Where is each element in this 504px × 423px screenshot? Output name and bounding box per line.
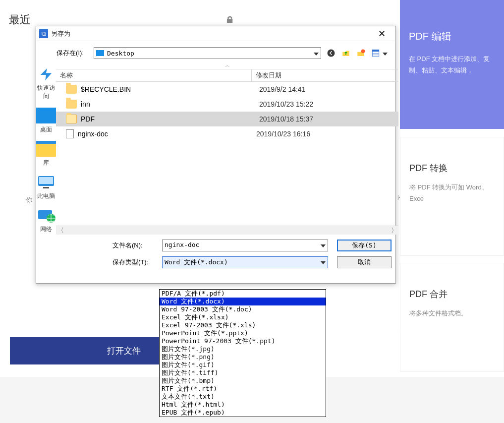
filetype-option[interactable]: 图片文件(*.png) [160,353,326,361]
col-name[interactable]: 名称 [56,69,252,81]
location-text: Desktop [107,50,134,57]
file-row[interactable]: inn2019/10/23 15:22 [56,97,398,112]
svg-point-1 [361,50,365,54]
pdf-merge-card[interactable]: PDF 合并 将多种文件格式档。 [400,263,504,372]
filetype-option[interactable]: Html 文件(*.html) [160,401,326,409]
card-title: PDF 编辑 [409,30,495,43]
filetype-option[interactable]: Excel 文件(*.xlsx) [160,313,326,321]
save-in-label: 保存在(I): [44,49,89,58]
filetype-option[interactable]: 图片文件(*.jpg) [160,345,326,353]
place-label: 桌面 [36,125,56,134]
chevron-down-icon[interactable] [321,242,326,249]
up-level-icon[interactable] [341,48,351,58]
folder-icon [66,100,77,109]
view-menu-arrow[interactable] [383,50,388,57]
file-date: 2019/10/23 16:16 [256,130,310,138]
app-icon: ⧉ [39,29,48,38]
filetype-value: Word 文件(*.docx) [165,258,228,266]
chevron-down-icon[interactable] [314,50,319,57]
card-title: PDF 合并 [409,288,495,300]
file-name: PDF [81,115,259,123]
file-date: 2019/9/2 14:41 [259,85,305,93]
place-label: 快速访问 [36,84,56,101]
card-desc: 将 PDF 转换为可如 Word、Exce [409,181,495,205]
file-date: 2019/10/18 15:37 [259,115,313,123]
scroll-up[interactable]: ︿ [56,62,398,69]
filetype-option[interactable]: PowerPoint 文件(*.pptx) [160,329,326,337]
card-desc: 在 PDF 文档中进行添加、复制、粘贴、文本编辑， [409,53,495,76]
filetype-option[interactable]: EPUB 文件(*.epub) [160,409,326,417]
filetype-option[interactable]: 文本文件(*.txt) [160,393,326,401]
desktop-icon [96,50,104,56]
save-as-dialog: ⧉ 另存为 ✕ 保存在(I): Desktop 快速访问 [36,26,396,284]
place-label: 网络 [36,225,56,234]
file-name: inn [81,100,259,108]
file-name: nginx-doc [78,130,256,138]
filetype-option[interactable]: PDF/A 文件(*.pdf) [160,290,326,298]
file-list[interactable]: $RECYCLE.BIN2019/9/2 14:41inn2019/10/23 … [56,82,398,226]
place-label: 库 [36,159,56,167]
pdf-edit-card[interactable]: PDF 编辑 在 PDF 文档中进行添加、复制、粘贴、文本编辑， [400,0,504,129]
list-header[interactable]: 名称 修改日期 [56,69,398,82]
place-quick-access[interactable]: 快速访问 [36,66,56,101]
bg-text-fragment: 你 [26,196,32,205]
filetype-combo[interactable]: Word 文件(*.docx) [162,256,328,268]
close-icon[interactable]: ✕ [373,28,391,39]
dialog-titlebar[interactable]: ⧉ 另存为 ✕ [36,26,395,41]
filetype-option[interactable]: 图片文件(*.bmp) [160,377,326,385]
scroll-right-icon[interactable]: 〉 [390,226,398,235]
folder-icon [66,115,77,123]
card-desc: 将多种文件格式档。 [409,307,495,319]
svg-point-0 [328,50,335,57]
filetype-option[interactable]: Word 97-2003 文件(*.doc) [160,305,326,313]
place-libraries[interactable]: 库 [36,141,56,167]
scroll-track[interactable] [65,226,390,235]
dialog-title: 另存为 [51,29,70,38]
lock-icon: 🔒︎ [225,15,234,25]
filetype-option[interactable]: Excel 97-2003 文件(*.xls) [160,321,326,329]
filetype-dropdown[interactable]: PDF/A 文件(*.pdf)Word 文件(*.docx)Word 97-20… [159,289,326,417]
filetype-label: 保存类型(T): [63,258,162,267]
file-row[interactable]: nginx-doc2019/10/23 16:16 [56,126,398,141]
location-combo[interactable]: Desktop [94,47,321,59]
pdf-convert-card[interactable]: PDF 转换 将 PDF 转换为可如 Word、Exce [400,137,504,256]
card-title: PDF 转换 [409,162,495,174]
file-date: 2019/10/23 15:22 [259,100,313,108]
file-list-area: ︿ 名称 修改日期 $RECYCLE.BIN2019/9/2 14:41inn2… [56,62,398,283]
filename-input[interactable]: nginx-doc [162,240,328,251]
file-row[interactable]: $RECYCLE.BIN2019/9/2 14:41 [56,82,398,97]
save-button[interactable]: 保存(S) [337,240,392,251]
recent-heading: 最近 [9,12,31,27]
places-bar: 快速访问 桌面 库 此电脑 网络 [36,62,56,283]
filetype-option[interactable]: 图片文件(*.gif) [160,361,326,369]
filename-value: nginx-doc [165,241,199,248]
place-this-pc[interactable]: 此电脑 [36,174,56,200]
svg-rect-3 [372,50,379,52]
filetype-option[interactable]: 图片文件(*.tiff) [160,369,326,377]
place-network[interactable]: 网络 [36,207,56,234]
filetype-option[interactable]: RTF 文件(*.rtf) [160,385,326,393]
folder-icon [66,85,77,94]
file-name: $RECYCLE.BIN [81,85,259,93]
view-menu-icon[interactable] [371,48,381,58]
new-folder-icon[interactable] [356,48,366,58]
svg-rect-8 [43,187,49,188]
file-icon [66,129,74,138]
filetype-option[interactable]: Word 文件(*.docx) [160,298,326,305]
svg-rect-7 [39,177,53,184]
place-label: 此电脑 [36,192,56,200]
place-desktop[interactable]: 桌面 [36,108,56,134]
file-row[interactable]: PDF2019/10/18 15:37 [56,112,398,126]
col-date[interactable]: 修改日期 [252,69,398,81]
filetype-option[interactable]: PowerPoint 97-2003 文件(*.ppt) [160,337,326,345]
back-icon[interactable] [326,48,336,58]
chevron-down-icon[interactable] [321,258,326,266]
h-scrollbar[interactable]: 〈 〉 [56,226,398,235]
cancel-button[interactable]: 取消 [337,256,392,268]
filename-label: 文件名(N): [63,241,162,250]
scroll-left-icon[interactable]: 〈 [56,226,65,235]
